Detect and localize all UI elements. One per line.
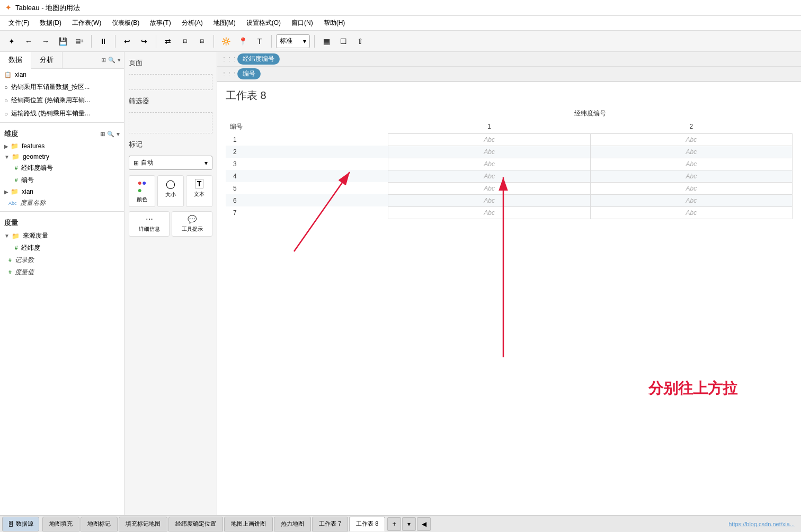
toolbar-standard-dropdown[interactable]: 标准 ▾ [276, 34, 310, 48]
field-measure-value-label: 度量值 [15, 268, 34, 277]
bottom-tab-经纬度确定位置[interactable]: 经纬度确定位置 [168, 517, 223, 531]
toolbar-fit-height[interactable]: ⊟ [194, 34, 209, 49]
filters-drop-area [129, 112, 212, 133]
menu-window[interactable]: 窗口(N) [287, 17, 317, 29]
columns-pill[interactable]: 经纬度编号 [237, 53, 280, 65]
toolbar-share[interactable]: ⇧ [353, 34, 368, 49]
toolbar-swap[interactable]: ⇄ [161, 34, 175, 49]
dimensions-label: 维度 [4, 129, 18, 139]
datasource-icon: 📋 [4, 71, 12, 78]
datasource-sales[interactable]: ○ 热销乘用车销量数据_按区... [0, 80, 124, 94]
datasource-dealer[interactable]: ○ 经销商位置 (热销乘用车销... [0, 94, 124, 107]
menu-story[interactable]: 故事(T) [146, 17, 175, 29]
hash-icon1: # [15, 165, 18, 171]
menu-dashboard[interactable]: 仪表板(B) [108, 17, 144, 29]
marks-type-dropdown[interactable]: ⊞ 自动 ▾ [129, 156, 212, 170]
row-header-1: 1 [226, 133, 388, 146]
bottom-tab-填充标记地图[interactable]: 填充标记地图 [119, 517, 167, 531]
menu-file[interactable]: 文件(F) [4, 17, 33, 29]
toolbar-highlight[interactable]: 🔆 [218, 34, 233, 49]
bottom-tab-地图填充[interactable]: 地图填充 [42, 517, 79, 531]
menu-format[interactable]: 设置格式(O) [242, 17, 285, 29]
table-row: 7AbcAbc [226, 206, 793, 219]
pages-label: 页面 [129, 56, 212, 70]
measure-name-label: 度量名称 [20, 199, 46, 208]
menu-analysis[interactable]: 分析(A) [177, 17, 207, 29]
cell-6-1: Abc [388, 194, 590, 206]
tooltip-btn[interactable]: 💬 工具提示 [172, 211, 212, 237]
new-tab-btn[interactable]: + [387, 517, 401, 531]
toolbar-sep1 [91, 35, 92, 48]
toolbar-save[interactable]: 💾 [55, 34, 70, 49]
detail-buttons: ⋯ 详细信息 💬 工具提示 [129, 211, 212, 237]
toolbar-forward[interactable]: → [38, 34, 53, 49]
field-features[interactable]: ▶ 📁 features [0, 141, 124, 151]
standard-label: 标准 [280, 37, 292, 46]
marks-size-btn[interactable]: ◯ 大小 [157, 175, 184, 207]
field-jingwei[interactable]: # 经纬度 [0, 242, 124, 254]
toolbar-fit-width[interactable]: ⊡ [177, 34, 192, 49]
field-measure-value[interactable]: # 度量值 [0, 266, 124, 278]
field-bianhao[interactable]: # 编号 [0, 174, 124, 186]
toolbar-back[interactable]: ← [21, 34, 36, 49]
detail-btn[interactable]: ⋯ 详细信息 [129, 211, 170, 237]
field-source-measures[interactable]: ▼ 📁 来源度量 [0, 230, 124, 242]
dim-dropdown-icon[interactable]: ▾ [117, 131, 120, 138]
grid-view-icon[interactable]: ⊞ [100, 131, 105, 138]
toolbar-pause[interactable]: ⏸ [96, 34, 111, 49]
datasource-tab[interactable]: 🗄 数据源 [2, 517, 39, 531]
tab-data[interactable]: 数据 [0, 52, 31, 69]
bottom-tabs: 🗄 数据源 地图填充地图标记填充标记地图经纬度确定位置地图上画饼图热力地图工作表… [0, 515, 801, 532]
menu-data[interactable]: 数据(D) [35, 17, 66, 29]
datasource-xian[interactable]: 📋 xian [0, 69, 124, 80]
filter-section: 筛选器 [129, 94, 212, 133]
marks-type-label: 自动 [141, 158, 154, 167]
detail-label: 详细信息 [139, 226, 160, 233]
toolbar-view2[interactable]: ☐ [336, 34, 351, 49]
main-view: 工作表 8 经纬度编号 编号 1 2 [217, 82, 801, 515]
tab-prev-btn[interactable]: ◀ [417, 517, 431, 531]
bottom-url[interactable]: https://blog.csdn.net/xia... [728, 521, 799, 527]
color-label: 颜色 [137, 196, 147, 203]
bottom-tab-工作表-7[interactable]: 工作表 7 [312, 517, 348, 531]
field-records[interactable]: # 记录数 [0, 254, 124, 266]
field-geometry[interactable]: ▼ 📁 geometry [0, 151, 124, 162]
grid-icon[interactable]: ⊞ [101, 57, 106, 64]
tab-list-btn[interactable]: ▾ [402, 517, 416, 531]
datasource-route[interactable]: ○ 运输路线 (热销乘用车销量... [0, 107, 124, 120]
field-jingwei-bianhao[interactable]: # 经纬度编号 [0, 162, 124, 174]
toolbar-home[interactable]: ✦ [4, 34, 19, 49]
menu-help[interactable]: 帮助(H) [319, 17, 350, 29]
datasource-label3: 经销商位置 (热销乘用车销... [11, 96, 90, 105]
field-measure-name[interactable]: Abc 度量名称 [0, 197, 124, 209]
row-header-label: 编号 [226, 120, 388, 133]
toolbar-pin[interactable]: 📍 [235, 34, 250, 49]
toolbar-redo[interactable]: ↪ [137, 34, 152, 49]
marks-dropdown-arrow: ▾ [204, 159, 208, 167]
text-icon: T [195, 179, 204, 188]
rows-pill[interactable]: 编号 [237, 68, 261, 79]
toolbar-view1[interactable]: ▤ [319, 34, 334, 49]
dropdown-icon[interactable]: ▾ [118, 57, 121, 64]
menu-worksheet[interactable]: 工作表(W) [68, 17, 105, 29]
tab-analysis[interactable]: 分析 [31, 52, 63, 68]
field-xian[interactable]: ▶ 📁 xian [0, 186, 124, 197]
bottom-tab-工作表-8[interactable]: 工作表 8 [349, 517, 385, 531]
menu-map[interactable]: 地图(M) [209, 17, 240, 29]
col-group-spacer [226, 107, 388, 120]
geometry-folder-icon: 📁 [12, 153, 20, 160]
toolbar-undo[interactable]: ↩ [120, 34, 135, 49]
toolbar-add-data[interactable]: ▤+ [72, 34, 87, 49]
features-label: features [22, 142, 44, 150]
search-icon[interactable]: 🔍 [108, 57, 115, 64]
toolbar-annotate[interactable]: T [252, 34, 267, 49]
bottom-tab-地图标记[interactable]: 地图标记 [81, 517, 118, 531]
field-jingwei-label: 经纬度编号 [21, 164, 53, 173]
bottom-tab-地图上画饼图[interactable]: 地图上画饼图 [224, 517, 273, 531]
marks-color-btn[interactable]: ●● ● 颜色 [129, 175, 155, 207]
bottom-tab-热力地图[interactable]: 热力地图 [274, 517, 311, 531]
tableau-logo: ✦ [5, 4, 11, 12]
marks-text-btn[interactable]: T 文本 [186, 175, 212, 207]
col-group-header: 经纬度编号 [388, 107, 793, 120]
search-dim-icon[interactable]: 🔍 [107, 131, 114, 138]
